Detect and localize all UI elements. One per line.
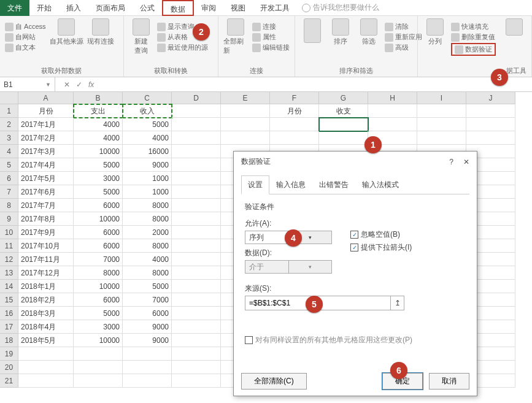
cell[interactable]: 2018年3月 bbox=[18, 307, 74, 320]
row-header[interactable]: 20 bbox=[0, 361, 18, 374]
row-header[interactable]: 4 bbox=[0, 145, 18, 158]
cancel-button[interactable]: 取消 bbox=[429, 373, 469, 390]
tab-file[interactable]: 文件 bbox=[0, 0, 29, 16]
row-header[interactable]: 1 bbox=[0, 104, 18, 118]
row-header[interactable]: 16 bbox=[0, 307, 18, 320]
cell[interactable]: 8000 bbox=[74, 266, 123, 280]
cell[interactable]: 2017年10月 bbox=[18, 239, 74, 253]
cell[interactable]: 2017年6月 bbox=[18, 185, 74, 199]
cell[interactable] bbox=[172, 226, 221, 239]
btn-existing-conn[interactable]: 现有连接 bbox=[87, 18, 114, 46]
cell[interactable]: 6000 bbox=[74, 239, 123, 253]
row-header[interactable]: 7 bbox=[0, 185, 18, 199]
btn-filter[interactable]: 筛选 bbox=[357, 18, 381, 46]
cell[interactable]: 2017年1月 bbox=[18, 118, 74, 131]
cell[interactable]: 3000 bbox=[74, 172, 123, 185]
row-header[interactable]: 15 bbox=[0, 293, 18, 307]
cell[interactable] bbox=[74, 374, 123, 388]
name-box[interactable]: B1▼ bbox=[0, 77, 55, 91]
cell[interactable]: 10000 bbox=[74, 145, 123, 158]
btn-data-validation[interactable]: 数据验证 bbox=[451, 43, 496, 56]
cell[interactable]: 6000 bbox=[74, 226, 123, 239]
cell[interactable]: 9000 bbox=[123, 320, 172, 334]
cell[interactable] bbox=[270, 118, 319, 131]
cell[interactable]: 2017年12月 bbox=[18, 266, 74, 280]
cell[interactable] bbox=[319, 131, 368, 145]
chk-dropdown[interactable]: ✓提供下拉箭头(I) bbox=[350, 242, 412, 253]
cell[interactable] bbox=[74, 347, 123, 361]
cell[interactable]: 5000 bbox=[74, 158, 123, 172]
row-header[interactable]: 19 bbox=[0, 347, 18, 361]
active-cell[interactable] bbox=[319, 118, 368, 131]
tab-home[interactable]: 开始 bbox=[29, 0, 59, 16]
col-header[interactable]: B bbox=[74, 92, 123, 104]
cell[interactable]: 2017年2月 bbox=[18, 131, 74, 145]
col-header[interactable]: J bbox=[466, 92, 515, 104]
cell[interactable]: 月份 bbox=[18, 104, 74, 118]
row-header[interactable]: 5 bbox=[0, 158, 18, 172]
col-header[interactable]: H bbox=[368, 92, 417, 104]
confirm-icon[interactable]: ✓ bbox=[76, 80, 82, 89]
cell[interactable]: 1000 bbox=[123, 172, 172, 185]
tab-data[interactable]: 数据 bbox=[162, 0, 194, 16]
cell[interactable] bbox=[172, 212, 221, 226]
cell[interactable] bbox=[466, 104, 515, 118]
col-header[interactable]: F bbox=[270, 92, 319, 104]
cell[interactable]: 10000 bbox=[74, 212, 123, 226]
btn-advanced[interactable]: 高级 bbox=[385, 43, 422, 52]
fx-icon[interactable]: fx bbox=[88, 80, 94, 89]
cell[interactable] bbox=[172, 239, 221, 253]
btn-flash-fill[interactable]: 快速填充 bbox=[451, 22, 496, 31]
cell[interactable]: 10000 bbox=[74, 334, 123, 347]
cell[interactable]: 2017年7月 bbox=[18, 199, 74, 212]
btn-new-query[interactable]: 新建 查询 bbox=[129, 18, 153, 55]
cell[interactable]: 2018年4月 bbox=[18, 320, 74, 334]
cell[interactable]: 3000 bbox=[74, 320, 123, 334]
cell[interactable] bbox=[18, 374, 74, 388]
cell[interactable]: 8000 bbox=[123, 266, 172, 280]
btn-refresh-all[interactable]: 全部刷新 bbox=[223, 18, 249, 55]
tab-error-alert[interactable]: 出错警告 bbox=[312, 175, 355, 194]
row-header[interactable]: 2 bbox=[0, 118, 18, 131]
row-header[interactable]: 9 bbox=[0, 212, 18, 226]
cell[interactable] bbox=[172, 131, 221, 145]
col-header[interactable]: A bbox=[18, 92, 74, 104]
cell[interactable] bbox=[172, 374, 221, 388]
cell[interactable]: 2017年4月 bbox=[18, 158, 74, 172]
row-header[interactable]: 11 bbox=[0, 239, 18, 253]
cell[interactable]: 9000 bbox=[123, 158, 172, 172]
cell[interactable]: 2018年1月 bbox=[18, 280, 74, 293]
col-header[interactable]: I bbox=[417, 92, 466, 104]
cell[interactable] bbox=[172, 320, 221, 334]
cell[interactable]: 5000 bbox=[123, 118, 172, 131]
cell[interactable]: 7000 bbox=[74, 253, 123, 266]
btn-reapply[interactable]: 重新应用 bbox=[385, 33, 422, 42]
tab-developer[interactable]: 开发工具 bbox=[253, 0, 297, 16]
cell[interactable]: 4000 bbox=[74, 131, 123, 145]
cell[interactable]: 6000 bbox=[123, 307, 172, 320]
btn-text[interactable]: 自文本 bbox=[5, 43, 46, 52]
btn-access[interactable]: 自 Access bbox=[5, 22, 46, 31]
cell[interactable]: 2018年2月 bbox=[18, 293, 74, 307]
cell[interactable] bbox=[466, 131, 515, 145]
cell[interactable]: 16000 bbox=[123, 145, 172, 158]
col-header[interactable]: G bbox=[319, 92, 368, 104]
cell[interactable] bbox=[18, 347, 74, 361]
cell[interactable] bbox=[172, 361, 221, 374]
btn-connections[interactable]: 连接 bbox=[252, 22, 290, 31]
cell[interactable]: 2017年11月 bbox=[18, 253, 74, 266]
cell[interactable] bbox=[221, 104, 270, 118]
btn-recent[interactable]: 最近使用的源 bbox=[157, 43, 208, 52]
cell[interactable]: 8000 bbox=[123, 212, 172, 226]
select-all-corner[interactable] bbox=[0, 92, 18, 104]
cell[interactable] bbox=[172, 185, 221, 199]
extra-icon[interactable] bbox=[506, 18, 523, 36]
col-header[interactable]: C bbox=[123, 92, 172, 104]
cell[interactable]: 2000 bbox=[123, 226, 172, 239]
cell[interactable] bbox=[172, 334, 221, 347]
cell[interactable]: 收入 bbox=[123, 104, 172, 118]
cell[interactable] bbox=[172, 266, 221, 280]
cell[interactable]: 8000 bbox=[123, 199, 172, 212]
cell[interactable] bbox=[172, 104, 221, 118]
cell[interactable]: 收支 bbox=[319, 104, 368, 118]
